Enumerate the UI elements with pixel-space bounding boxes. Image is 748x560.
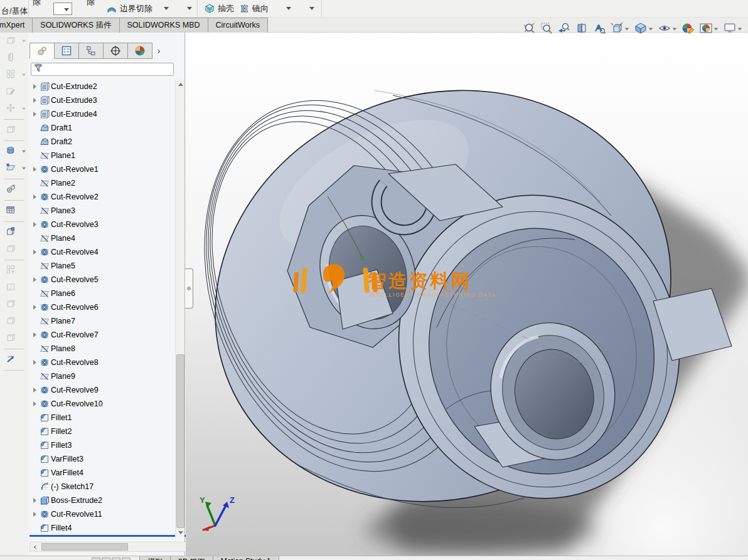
expand-arrow-icon[interactable] — [33, 194, 36, 199]
command-tab-circuitworks[interactable]: CircuitWorks — [208, 18, 269, 33]
tree-item-draft2[interactable]: Draft2 — [29, 135, 175, 149]
expand-arrow-icon[interactable] — [33, 277, 36, 282]
tree-item-plane5[interactable]: Plane5 — [29, 259, 175, 273]
rail-reference-geometry-button[interactable] — [0, 160, 28, 177]
toolbar-dropdown-caret-3[interactable] — [286, 7, 291, 10]
tree-item-cut-revolve6[interactable]: Cut-Revolve6 — [29, 300, 175, 314]
apply-scene-button[interactable] — [698, 21, 720, 38]
expand-arrow-icon[interactable] — [33, 305, 36, 310]
tree-item-varfillet3[interactable]: VarFillet3 — [29, 452, 175, 466]
horizontal-scroll-thumb[interactable] — [41, 543, 128, 551]
dropdown-caret[interactable] — [22, 40, 26, 43]
toolbar-dropdown-combo[interactable] — [53, 3, 72, 15]
tab-scroll-last[interactable] — [122, 557, 131, 560]
expand-arrow-icon[interactable] — [33, 222, 36, 227]
loft-boss-base-button[interactable]: 台/基体 — [1, 6, 28, 17]
previous-view-button[interactable] — [556, 21, 572, 38]
tree-item-cut-revolve9[interactable]: Cut-Revolve9 — [29, 383, 175, 397]
tree-item-cut-revolve4[interactable]: Cut-Revolve4 — [29, 245, 175, 259]
scroll-left-arrow[interactable]: ‹ — [30, 542, 40, 551]
rail-design-table-button[interactable] — [0, 203, 28, 219]
tree-item-cut-revolve5[interactable]: Cut-Revolve5 — [29, 273, 175, 287]
feature-filter-box[interactable] — [31, 63, 174, 76]
panel-vertical-scrollbar[interactable] — [175, 80, 184, 537]
feature-filter-input[interactable] — [43, 64, 173, 75]
dropdown-caret[interactable] — [649, 28, 653, 31]
expand-arrow-icon[interactable] — [33, 332, 36, 337]
panel-tabs-overflow-chevron[interactable]: › — [152, 43, 166, 59]
expand-arrow-icon[interactable] — [33, 98, 36, 103]
expand-arrow-icon[interactable] — [33, 401, 36, 406]
bottom-tab-3d-视图[interactable]: 3D 视图 — [170, 556, 213, 560]
toolbar-dropdown-caret-4[interactable] — [309, 7, 314, 10]
scroll-up-arrow[interactable] — [176, 80, 185, 89]
tree-item-cut-extrude2[interactable]: Cut-Extrude2 — [29, 80, 175, 93]
tab-scroll-first[interactable] — [92, 557, 100, 560]
propertymanager-tab[interactable] — [54, 43, 79, 59]
tree-item-plane7[interactable]: Plane7 — [29, 314, 175, 328]
dropdown-caret[interactable] — [22, 151, 26, 153]
toolbar-dropdown-caret-2[interactable] — [187, 7, 192, 10]
tree-item-cut-revolve3[interactable]: Cut-Revolve3 — [29, 218, 175, 231]
tree-item-sketch17[interactable]: (-) Sketch17 — [29, 480, 175, 494]
tree-item-cut-revolve2[interactable]: Cut-Revolve2 — [29, 190, 175, 204]
tree-item-plane1[interactable]: Plane1 — [29, 149, 175, 162]
tree-item-fillet2[interactable]: Fillet2 — [29, 425, 175, 438]
zoom-to-area-button[interactable] — [538, 21, 555, 38]
expand-arrow-icon[interactable] — [33, 84, 36, 89]
dropdown-caret[interactable] — [22, 74, 26, 77]
tree-item-cut-revolve1[interactable]: Cut-Revolve1 — [29, 162, 175, 176]
rail-revolve-boss-button[interactable] — [0, 143, 28, 160]
rail-sketch-tools-button[interactable] — [0, 181, 28, 198]
panel-horizontal-scrollbar[interactable]: ‹ › — [29, 542, 203, 552]
expand-arrow-icon[interactable] — [33, 112, 36, 117]
rail-insert-part-button[interactable] — [0, 224, 28, 241]
tree-item-plane3[interactable]: Plane3 — [29, 204, 175, 218]
tree-item-cut-revolve10[interactable]: Cut-Revolve10 — [29, 397, 175, 411]
expand-arrow-icon[interactable] — [33, 498, 36, 503]
vertical-scroll-thumb[interactable] — [176, 354, 184, 528]
expand-arrow-icon[interactable] — [33, 360, 36, 365]
toolbar-dropdown-caret-1[interactable] — [164, 7, 169, 10]
tree-item-cut-revolve8[interactable]: Cut-Revolve8 — [29, 356, 175, 369]
dropdown-caret[interactable] — [738, 28, 742, 31]
dropdown-caret[interactable] — [673, 28, 676, 31]
tree-item-fillet3[interactable]: Fillet3 — [29, 438, 175, 452]
tab-scroll-prev[interactable] — [102, 557, 110, 560]
shell-button[interactable]: 抽壳 — [205, 2, 234, 16]
expand-arrow-icon[interactable] — [33, 512, 36, 517]
annotation-view-button[interactable] — [591, 21, 607, 38]
dropdown-caret[interactable] — [22, 108, 26, 110]
boundary-cut-button[interactable]: 边界切除 — [107, 2, 152, 16]
tree-item-fillet4[interactable]: Fillet4 — [29, 521, 175, 535]
tree-item-draft1[interactable]: Draft1 — [29, 121, 175, 135]
cut-button-fragment-2[interactable]: 除 — [87, 0, 95, 8]
edit-appearance-button[interactable] — [680, 21, 697, 38]
tree-item-cut-revolve7[interactable]: Cut-Revolve7 — [29, 328, 175, 342]
command-tab-solidworks-插件[interactable]: SOLIDWORKS 插件 — [32, 18, 119, 33]
view-orientation-button[interactable] — [609, 21, 631, 38]
tree-item-cut-extrude4[interactable]: Cut-Extrude4 — [29, 107, 175, 121]
bottom-tab-motion-study-1[interactable]: Motion Study 1 — [213, 556, 279, 560]
rail-measure-button[interactable] — [0, 351, 28, 368]
tree-item-plane9[interactable]: Plane9 — [29, 369, 175, 383]
dimxpertmanager-tab[interactable] — [103, 43, 128, 59]
dropdown-caret[interactable] — [714, 28, 718, 31]
dropdown-caret[interactable] — [625, 28, 629, 31]
tree-item-plane6[interactable]: Plane6 — [29, 287, 175, 300]
bottom-tab-模型[interactable]: 模型 — [139, 556, 171, 560]
expand-arrow-icon[interactable] — [33, 250, 36, 255]
expand-arrow-icon[interactable] — [33, 167, 36, 172]
scroll-down-arrow[interactable] — [176, 528, 185, 537]
tree-item-plane4[interactable]: Plane4 — [29, 231, 175, 245]
zoom-to-fit-button[interactable] — [521, 21, 537, 38]
command-tab-solidworks-mbd[interactable]: SOLIDWORKS MBD — [119, 18, 208, 33]
view-settings-button[interactable] — [722, 21, 744, 38]
tree-item-cut-revolve11[interactable]: Cut-Revolve11 — [29, 507, 175, 521]
tree-item-plane8[interactable]: Plane8 — [29, 342, 175, 356]
section-view-button[interactable] — [574, 21, 590, 38]
dropdown-caret[interactable] — [22, 167, 26, 170]
displaymanager-tab[interactable] — [127, 43, 152, 59]
cut-button-fragment[interactable]: 除 — [33, 0, 41, 8]
panel-splitter-handle[interactable] — [185, 268, 193, 309]
